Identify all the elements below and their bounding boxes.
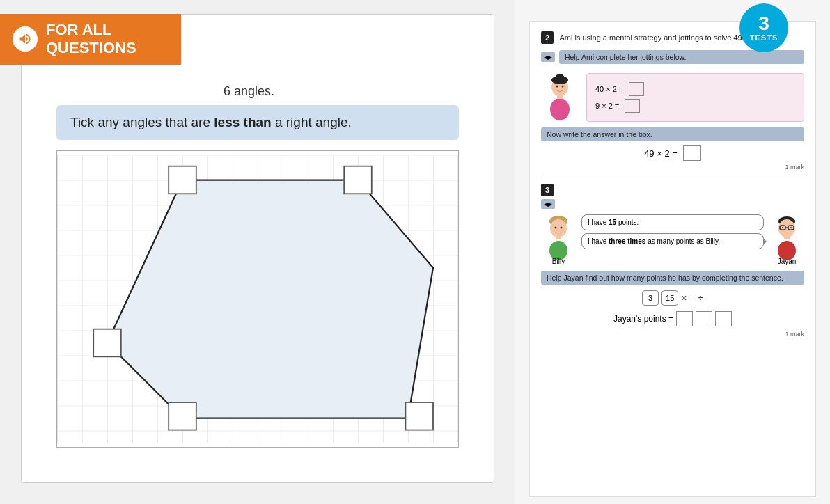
q3-instruction-bar: Help Jayan find out how many points he h… (541, 271, 804, 285)
speech-bubbles: I have 15 points. I have three times as … (581, 214, 764, 249)
billy-speech-prefix: I have (588, 219, 609, 226)
billy-speech-suffix: points. (616, 219, 639, 226)
svg-point-18 (561, 227, 563, 229)
tokens-row: 3 15 × – ÷ (541, 290, 804, 306)
svg-point-13 (550, 98, 570, 120)
question-card: 6 angles. Tick any angles that are less … (21, 14, 494, 483)
q2-instruction-bar: Help Ami complete her jottings below. (559, 50, 804, 64)
q2-instruction2-bar: Now write the answer in the box. (541, 127, 804, 141)
svg-point-12 (562, 86, 564, 88)
billy-speech-bold: 15 (609, 219, 616, 226)
jayan-character: Jayan (769, 214, 804, 265)
q3-audio-button[interactable]: ◀▶ (541, 199, 555, 209)
final-answer-box[interactable] (683, 145, 701, 161)
speaker-icon[interactable] (13, 26, 38, 52)
calc-row-2: 9 × 2 = (595, 99, 795, 113)
svg-point-27 (790, 227, 792, 228)
jottings-box: 40 × 2 = 9 × 2 = (586, 73, 804, 122)
token-multiply[interactable]: × (681, 292, 687, 304)
calc-row-1: 40 × 2 = (595, 82, 795, 96)
token-15-label: 15 (666, 294, 674, 302)
billy-jayan-section: Billy I have 15 points. I have three tim… (541, 214, 804, 265)
q2-mark: 1 mark (541, 164, 804, 171)
grid-container (56, 150, 459, 448)
polygon-grid-svg (57, 151, 458, 447)
q2-title: Ami is using a mental strategy and jotti… (559, 33, 755, 42)
ami-avatar (541, 73, 579, 118)
final-calc-row: 49 × 2 = (541, 145, 804, 161)
calc1-label: 40 × 2 = (595, 85, 623, 93)
q2-number: 2 (541, 31, 554, 44)
tests-number: 3 (758, 14, 769, 33)
question-text-partial: 6 angles. (224, 84, 274, 99)
header-line2: QUESTIONS (46, 39, 136, 57)
instruction-suffix: a right angle. (272, 115, 352, 129)
q3-number: 3 (541, 184, 554, 196)
token-divide[interactable]: ÷ (698, 292, 703, 304)
section-divider (541, 178, 804, 178)
q3-header: 3 (541, 184, 804, 196)
tests-label: TESTS (750, 33, 778, 42)
svg-rect-4 (93, 329, 121, 357)
svg-point-16 (550, 219, 567, 237)
jayan-speech-prefix: I have (588, 237, 609, 245)
q3-mark: 1 mark (541, 331, 804, 338)
calc1-answer-box[interactable] (629, 82, 644, 96)
svg-rect-5 (169, 402, 196, 430)
jayan-label: Jayan (778, 258, 797, 265)
instruction-bold: less than (214, 115, 271, 129)
jayan-avatar (769, 214, 804, 256)
token-minus[interactable]: – (689, 292, 695, 304)
instruction-box: Tick any angles that are less than a rig… (56, 105, 459, 140)
jayan-answer-row: Jayan's points = (541, 311, 804, 326)
billy-avatar (541, 214, 576, 256)
ami-section: 40 × 2 = 9 × 2 = (541, 73, 804, 122)
header-line1: FOR ALL (46, 21, 136, 39)
svg-point-10 (551, 76, 568, 84)
jayan-points-label: Jayan's points = (613, 314, 673, 324)
token-15[interactable]: 15 (661, 290, 678, 306)
billy-character: Billy (541, 214, 576, 265)
svg-point-17 (555, 227, 557, 229)
billy-speech-bubble: I have 15 points. (581, 214, 764, 230)
svg-rect-20 (556, 236, 561, 239)
jayan-answer-box-2[interactable] (696, 311, 712, 326)
header-text: FOR ALL QUESTIONS (46, 21, 136, 58)
tests-badge: 3 TESTS (739, 3, 788, 52)
right-panel: 3 TESTS 2 Ami is using a mental strategy… (515, 0, 830, 504)
svg-point-22 (778, 219, 795, 237)
question-2-section: 2 Ami is using a mental strategy and jot… (541, 31, 804, 171)
svg-rect-2 (169, 166, 196, 194)
svg-rect-29 (784, 236, 790, 239)
jayan-speech-suffix: as many points as Billy. (645, 237, 720, 245)
jayan-answer-box-3[interactable] (715, 311, 732, 326)
jayan-speech-bubble: I have three times as many points as Bil… (581, 233, 764, 249)
left-panel: FOR ALL QUESTIONS 6 angles. Tick any ang… (0, 0, 515, 504)
svg-point-26 (782, 227, 783, 228)
final-calc-label: 49 × 2 = (644, 148, 678, 159)
svg-rect-3 (344, 166, 372, 194)
question-3-section: 3 ◀▶ (541, 184, 804, 338)
token-3-label: 3 (648, 294, 652, 302)
svg-point-11 (556, 86, 558, 88)
calc2-answer-box[interactable] (625, 99, 640, 113)
instruction-prefix: Tick any angles that are (70, 115, 214, 129)
jayan-answer-box-1[interactable] (676, 311, 693, 326)
svg-rect-14 (557, 95, 563, 99)
q2-title-prefix: Ami is using a mental strategy and jotti… (559, 33, 733, 42)
svg-rect-6 (405, 402, 433, 430)
calc2-label: 9 × 2 = (595, 102, 619, 110)
billy-label: Billy (552, 258, 565, 265)
q2-audio-button[interactable]: ◀▶ (541, 52, 555, 62)
header-banner[interactable]: FOR ALL QUESTIONS (0, 14, 181, 65)
svg-point-28 (778, 241, 796, 260)
token-3[interactable]: 3 (642, 290, 659, 306)
worksheet-page: 2 Ami is using a mental strategy and jot… (529, 21, 816, 497)
svg-point-19 (549, 241, 567, 260)
jayan-speech-bold: three times (609, 237, 645, 245)
